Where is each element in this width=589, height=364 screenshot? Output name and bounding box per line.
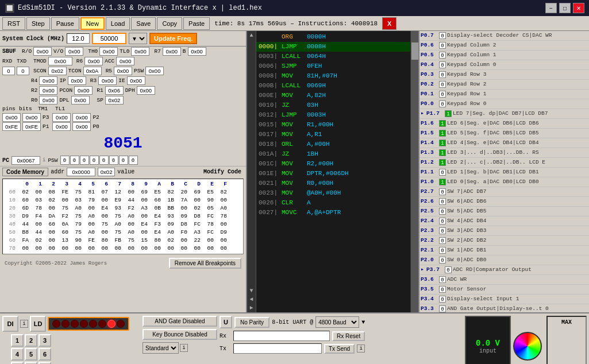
- remove-breakpoints-button[interactable]: Remove All Breakpoints: [169, 258, 241, 269]
- p1-bits[interactable]: [22, 122, 41, 131]
- port-p14-val[interactable]: 1: [439, 140, 446, 146]
- scroll-down-arrow[interactable]: ▼: [248, 286, 254, 295]
- p1-pins[interactable]: [2, 122, 21, 131]
- r6-input[interactable]: [84, 57, 103, 65]
- step-button[interactable]: Step: [26, 17, 50, 30]
- port-p21-val[interactable]: 0: [439, 247, 446, 254]
- port-p15-val[interactable]: 1: [439, 130, 446, 137]
- rx-field[interactable]: [233, 331, 330, 341]
- code-line-13[interactable]: 001E| MOV DPTR,#006DH: [256, 169, 410, 179]
- ip-input[interactable]: [68, 76, 86, 85]
- standard-select[interactable]: Standard: [143, 342, 179, 354]
- psw-bit-4[interactable]: 0: [99, 156, 109, 165]
- led-1[interactable]: [107, 320, 116, 328]
- tho-input[interactable]: [99, 47, 118, 56]
- led-6[interactable]: [61, 320, 70, 328]
- code-line-10[interactable]: 0018| ORL A,#00H: [256, 140, 410, 149]
- code-line-4[interactable]: 000B| LCALL 0069H: [256, 81, 410, 91]
- psw-bit-7[interactable]: 0: [129, 156, 138, 165]
- b-input[interactable]: [188, 47, 206, 56]
- sp-input[interactable]: [105, 96, 124, 104]
- nav-right-arrow[interactable]: ►: [248, 304, 254, 312]
- key-4[interactable]: 4: [11, 348, 24, 361]
- p0-pins[interactable]: [52, 122, 71, 131]
- port-p16-val[interactable]: 1: [439, 120, 446, 127]
- close-button[interactable]: ✕: [573, 3, 584, 13]
- code-scrollbar[interactable]: [410, 31, 418, 312]
- key-bounce-button[interactable]: Key Bounce Disabled: [143, 329, 217, 340]
- u-button[interactable]: U: [220, 316, 232, 328]
- rx-reset-button[interactable]: Rx Reset: [332, 331, 365, 341]
- p2-bits[interactable]: [72, 113, 91, 122]
- port-p05-val[interactable]: 0: [439, 52, 446, 59]
- code-memory-button[interactable]: Code Memory: [2, 168, 48, 176]
- r7-input[interactable]: [163, 47, 181, 56]
- code-line-5[interactable]: 000E| MOV A,82H: [256, 91, 410, 100]
- led-2[interactable]: [98, 320, 106, 328]
- ld-button[interactable]: LD: [30, 316, 46, 332]
- p0-bits[interactable]: [72, 122, 91, 131]
- key-3[interactable]: 3: [39, 334, 51, 347]
- tcon-input[interactable]: [83, 67, 102, 75]
- rio-input[interactable]: [33, 47, 52, 56]
- baud-dropdown-icon[interactable]: ▼: [361, 319, 365, 326]
- di-button[interactable]: DI: [2, 316, 18, 332]
- psw-bit-3[interactable]: 0: [90, 156, 99, 165]
- scon-input[interactable]: [48, 67, 67, 75]
- vio-input[interactable]: [65, 47, 83, 56]
- scroll-up-arrow[interactable]: ▲: [248, 31, 254, 40]
- txd-val[interactable]: [17, 67, 29, 75]
- p3-pins[interactable]: [2, 113, 21, 122]
- port-p25-val[interactable]: 0: [439, 208, 446, 215]
- minimize-button[interactable]: −: [545, 3, 557, 13]
- port-p06-val[interactable]: 0: [439, 42, 446, 49]
- tx-field[interactable]: [233, 343, 322, 354]
- port-p22-val[interactable]: 0: [439, 237, 446, 244]
- code-line-14[interactable]: 0021| MOV R0,#00H: [256, 179, 410, 188]
- new-button[interactable]: New: [80, 17, 105, 30]
- code-line-6[interactable]: 0010| JZ 03H: [256, 100, 410, 110]
- port-p36-val[interactable]: 0: [439, 276, 446, 283]
- key-8[interactable]: 8: [25, 362, 37, 364]
- p37-expand-icon[interactable]: ▸: [421, 266, 424, 274]
- freq-dropdown[interactable]: ▼: [129, 33, 147, 44]
- code-line-org[interactable]: ORG 0000H: [256, 32, 410, 42]
- code-line-3[interactable]: 0008| MOV 81H,#07H: [256, 71, 410, 81]
- pc-input[interactable]: [11, 156, 40, 165]
- side-key-7[interactable]: 7: [2, 334, 9, 364]
- port-p03-val[interactable]: 0: [439, 71, 446, 78]
- port-p26-val[interactable]: 0: [439, 198, 446, 205]
- tlo-input[interactable]: [131, 47, 149, 56]
- dpl-input[interactable]: [71, 96, 90, 104]
- x-button[interactable]: X: [382, 17, 396, 30]
- baud-select[interactable]: 4800 Baud 9600 Baud 19200 Baud: [315, 316, 359, 328]
- port-p34-val[interactable]: 0: [439, 296, 446, 303]
- psw-bit-0[interactable]: 0: [60, 156, 70, 165]
- port-p27-val[interactable]: 0: [439, 188, 446, 195]
- psw-bit-5[interactable]: 0: [109, 156, 118, 165]
- led-0[interactable]: [117, 320, 125, 328]
- port-p20-val[interactable]: 0: [439, 257, 446, 264]
- code-line-0[interactable]: 0000| LJMP 0008H: [256, 42, 410, 52]
- key-1[interactable]: 1: [11, 334, 24, 347]
- port-p01-val[interactable]: 0: [439, 91, 446, 98]
- pcon-input[interactable]: [74, 86, 93, 95]
- port-p00-val[interactable]: 0: [439, 100, 446, 107]
- copy-button[interactable]: Copy: [157, 17, 182, 30]
- maximize-button[interactable]: □: [559, 3, 571, 13]
- pause-button[interactable]: Pause: [51, 17, 79, 30]
- code-line-15[interactable]: 0023| MOV @A0H,#00H: [256, 188, 410, 198]
- acc-input[interactable]: [116, 57, 134, 65]
- code-line-8[interactable]: 0015| MOV R1,#00H: [256, 120, 410, 130]
- p3-bits[interactable]: [22, 113, 41, 122]
- port-p24-val[interactable]: 0: [439, 218, 446, 224]
- code-line-2[interactable]: 0006| SJMP 0FEH: [256, 61, 410, 71]
- psw-bit-2[interactable]: 0: [80, 156, 89, 165]
- port-p02-val[interactable]: 0: [439, 81, 446, 88]
- led-5[interactable]: [71, 320, 79, 328]
- tmod-input[interactable]: [48, 57, 72, 65]
- and-gate-button[interactable]: AND Gate Disabled: [143, 316, 217, 327]
- port-p10-val[interactable]: 1: [439, 179, 446, 185]
- tx-send-button[interactable]: Tx Send: [324, 344, 355, 354]
- port-p35-val[interactable]: 0: [439, 286, 446, 293]
